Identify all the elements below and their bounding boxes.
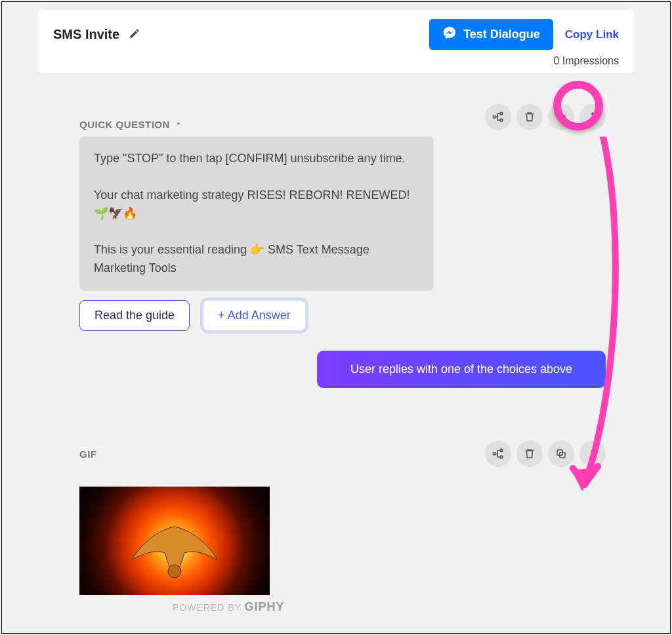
svg-point-1 [500,112,503,115]
add-answer-button[interactable]: + Add Answer [203,300,306,331]
giphy-brand: GIPHY [245,600,285,613]
svg-point-5 [493,452,495,455]
answer-option[interactable]: Read the guide [79,300,190,331]
chevron-up-icon [174,119,183,130]
copy-icon[interactable] [548,104,574,130]
tree-icon[interactable] [485,441,511,467]
quick-question-label[interactable]: QUICK QUESTION [79,119,183,130]
eagle-icon [125,514,224,586]
powered-by-label: POWERED BY [173,602,242,613]
trash-icon[interactable] [516,104,543,130]
user-reply-bubble: User replies with one of the choices abo… [317,351,606,388]
quick-question-text: QUICK QUESTION [79,119,170,130]
svg-point-0 [493,116,495,118]
svg-point-10 [168,565,181,578]
edit-icon[interactable] [129,28,140,42]
quick-question-actions [485,104,606,130]
header-card: SMS Invite Test Dialogue Copy Link 0 Imp… [37,10,635,74]
test-dialogue-label: Test Dialogue [463,28,540,41]
tree-icon[interactable] [485,104,511,130]
messenger-icon [442,26,457,43]
svg-point-2 [500,119,503,121]
test-dialogue-button[interactable]: Test Dialogue [429,19,553,50]
giphy-attribution: POWERED BY GIPHY [173,600,606,614]
gif-preview[interactable] [79,487,270,595]
page-title: SMS Invite [53,27,119,42]
copy-link-button[interactable]: Copy Link [565,28,619,41]
gif-actions [485,441,606,467]
svg-point-6 [500,449,503,452]
svg-point-7 [500,456,503,458]
gif-label: GIF [79,449,97,460]
copy-icon[interactable] [548,441,574,467]
move-icon[interactable] [579,441,606,467]
trash-icon[interactable] [516,441,543,467]
impressions-count: 0 Impressions [53,55,619,67]
message-box[interactable]: Type "STOP" to then tap [CONFIRM] unsubs… [79,137,434,291]
move-icon[interactable] [579,104,606,130]
